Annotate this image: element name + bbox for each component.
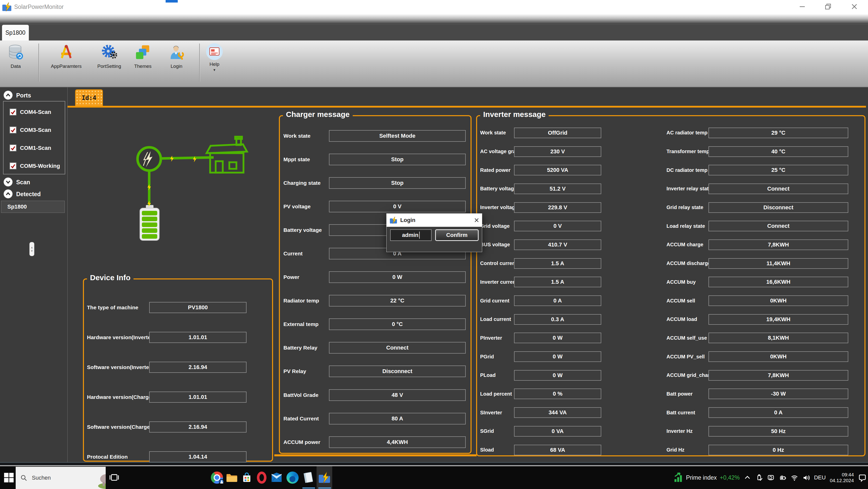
keyboard-language[interactable]: DEU	[814, 474, 826, 481]
close-icon	[474, 217, 479, 224]
app-parameters-button[interactable]: AppParamters	[45, 41, 87, 86]
database-icon	[8, 44, 24, 60]
scan-section-title[interactable]: Scan	[16, 179, 30, 186]
help-dropdown-icon[interactable]: ▼	[213, 68, 216, 72]
prime-index-chart-icon[interactable]	[673, 472, 683, 483]
ports-collapse-button[interactable]	[4, 91, 13, 100]
start-button[interactable]	[3, 472, 15, 483]
port-checkbox-item[interactable]: COM4-Scan	[4, 103, 65, 121]
tray-expand-chevron-icon[interactable]	[744, 474, 751, 481]
inverter-row: Transformer temp 40 °C	[665, 142, 865, 161]
ribbon-tab-sp1800[interactable]: Sp1800	[2, 25, 29, 41]
system-tray: Prime index +0,42% DEU 09:44 04.12.2024	[673, 466, 866, 489]
port-setting-button-label: PortSetting	[97, 63, 121, 69]
port-checkbox-item[interactable]: COM5-Working	[4, 157, 65, 175]
login-dialog-close-button[interactable]	[471, 216, 479, 224]
scan-collapse-button[interactable]	[4, 177, 13, 186]
task-view-button[interactable]	[108, 472, 120, 483]
field-label: Battery Relay	[283, 345, 327, 351]
field-label: Work state	[283, 133, 327, 139]
field-value: 7,8KWH	[709, 370, 848, 381]
login-dialog: Login admin Confirm	[386, 213, 482, 252]
microsoft-store-icon[interactable]	[241, 471, 253, 484]
device-page-tab[interactable]: Id:4	[75, 89, 103, 106]
chrome-icon[interactable]	[211, 471, 223, 484]
display-sync-icon[interactable]	[767, 474, 774, 481]
mail-icon[interactable]	[271, 471, 283, 484]
data-button[interactable]: Data	[4, 41, 28, 86]
detected-section-title[interactable]: Detected	[16, 191, 41, 198]
taskbar-search-input[interactable]: Suchen	[16, 467, 106, 489]
field-value: 1.5 A	[514, 258, 601, 269]
solar-app-icon[interactable]	[318, 471, 331, 484]
ribbon-tabstrip: Sp1800	[0, 24, 868, 40]
running-app-indicator	[302, 487, 315, 488]
login-button[interactable]: Login	[165, 41, 188, 86]
help-button[interactable]: Help ▼	[204, 41, 225, 86]
splitter-collapse-handle[interactable]: ∧ ∨	[29, 242, 34, 256]
field-value: Selftest Mode	[329, 130, 466, 142]
confirm-button[interactable]: Confirm	[435, 229, 478, 241]
opera-icon[interactable]	[256, 471, 268, 484]
field-value: Connect	[709, 221, 848, 231]
inverter-row: AC voltage grade 230 V	[477, 142, 665, 161]
inverter-row: PInverter 0 W	[477, 329, 665, 347]
port-setting-button[interactable]: PortSetting	[91, 41, 127, 86]
port-checkbox-item[interactable]: COM3-Scan	[4, 121, 65, 139]
field-label: Software version(Charger)	[87, 424, 148, 430]
username-input[interactable]: admin	[390, 229, 432, 241]
ports-section-title[interactable]: Ports	[16, 92, 31, 99]
detected-collapse-button[interactable]	[4, 189, 13, 198]
window-title: SolarPowerMonitor	[14, 4, 64, 10]
port-checkbox-item[interactable]: COM1-Scan	[4, 139, 65, 157]
usb-eject-icon[interactable]	[755, 474, 763, 481]
field-label: Software version(Inverter)	[87, 364, 148, 370]
port-label: COM3-Scan	[20, 127, 51, 134]
clock-time: 09:44	[830, 472, 854, 478]
wifi-icon[interactable]	[790, 474, 798, 481]
volume-icon[interactable]	[802, 474, 810, 481]
minimize-button[interactable]	[797, 2, 808, 12]
inverter-row: Grid voltage 0 V	[477, 217, 665, 235]
inverter-message-group: Inverter message Work state OffGrid AC v…	[476, 115, 865, 456]
checkbox-checked-icon[interactable]	[10, 163, 17, 169]
restore-button[interactable]	[822, 2, 834, 12]
checkbox-checked-icon[interactable]	[10, 126, 17, 134]
field-label: ACCUM grid_charge	[666, 372, 708, 378]
field-value: 229.8 V	[514, 202, 601, 213]
field-value: 19,4KWH	[709, 314, 848, 325]
edge-icon[interactable]	[286, 471, 299, 484]
inverter-row: AC radiator temp 29 °C	[665, 123, 865, 142]
battery-charging-icon[interactable]	[778, 474, 786, 481]
field-value: -30 W	[709, 389, 848, 399]
field-value: 344 VA	[514, 407, 601, 418]
checkbox-checked-icon[interactable]	[10, 145, 17, 151]
action-center-icon[interactable]	[858, 473, 866, 482]
inverter-row: Load relay state Connect	[665, 217, 865, 235]
themes-icon	[135, 44, 151, 60]
field-value: 0 W	[514, 370, 601, 381]
field-label: Transformer temp	[666, 149, 708, 154]
charger-row: BattVol Grade 48 V	[280, 383, 470, 407]
page-outline-bottom	[274, 454, 476, 456]
field-label: Load percent	[480, 391, 513, 397]
field-value: 4,4KWH	[329, 436, 466, 448]
file-explorer-icon[interactable]	[226, 471, 238, 484]
notepad-icon[interactable]	[302, 471, 314, 484]
themes-button[interactable]: Themes	[131, 41, 154, 86]
close-button[interactable]	[848, 2, 860, 12]
charger-row: External temp 0 °C	[280, 313, 470, 336]
field-label: AC radiator temp	[666, 130, 708, 136]
collapse-up-icon: ∧	[31, 246, 33, 249]
prime-index-label[interactable]: Prime index	[686, 474, 717, 481]
inverter-row: PLoad 0 W	[477, 366, 665, 385]
checkbox-checked-icon[interactable]	[10, 109, 17, 115]
detected-device-sp1800[interactable]: Sp1800	[1, 201, 65, 213]
red-check-icon	[10, 127, 16, 133]
inverter-row: ACCUM load 19,4KWH	[665, 310, 865, 329]
prime-index-change[interactable]: +0,42%	[720, 474, 740, 481]
device-info-row: Hardware version(Inverter) 1.01.01	[84, 322, 272, 352]
field-label: AC voltage grade	[480, 149, 513, 154]
field-value: 5200 VA	[514, 165, 601, 175]
taskbar-clock[interactable]: 09:44 04.12.2024	[830, 472, 854, 483]
